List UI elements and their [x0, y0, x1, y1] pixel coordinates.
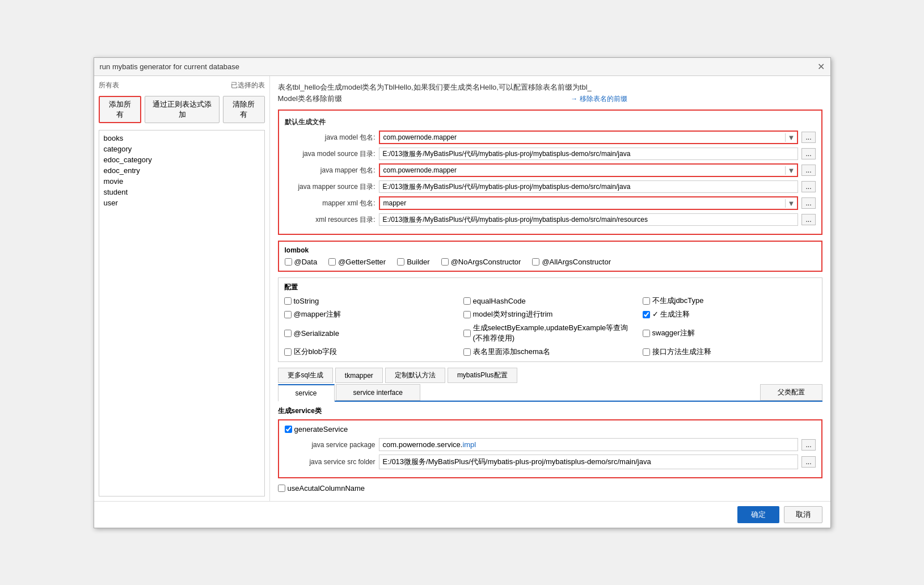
generate-service-checkbox-label[interactable]: generateService — [285, 425, 816, 434]
list-item[interactable]: edoc_category — [102, 154, 262, 165]
java-model-src-input[interactable] — [383, 150, 795, 158]
clear-all-button[interactable]: 清除所有 — [223, 96, 264, 123]
config-checkboxes: toString equalHashCode 不生成jdbcType @mapp… — [284, 296, 816, 357]
java-mapper-src-input[interactable] — [383, 183, 795, 191]
dialog-title: run mybatis generator for current databa… — [100, 62, 239, 71]
list-item[interactable]: movie — [102, 176, 262, 187]
checkbox-swagger[interactable]: swagger注解 — [643, 323, 816, 343]
java-service-pkg-input-box: com.powernode.service.impl — [379, 438, 799, 451]
checkbox-data[interactable]: @Data — [285, 258, 318, 266]
checkbox-selectbyexample[interactable]: 生成selectByExample,updateByExample等查询(不推荐… — [463, 323, 637, 343]
java-mapper-src-row: java mapper source 目录: ... — [285, 180, 816, 193]
java-mapper-src-label: java mapper source 目录: — [285, 182, 375, 192]
tab-mybatisplus[interactable]: mybatisPlus配置 — [448, 368, 517, 383]
generate-service-row: generateService — [285, 425, 816, 434]
use-actual-col-checkbox[interactable] — [278, 485, 285, 492]
confirm-button[interactable]: 确定 — [737, 506, 779, 523]
config-title: 配置 — [284, 283, 816, 292]
java-model-pkg-ellipsis[interactable]: ... — [801, 132, 815, 143]
java-mapper-pkg-input[interactable] — [380, 165, 785, 176]
use-actual-col-row: useAcutalColumnName — [278, 484, 822, 493]
list-item[interactable]: user — [102, 197, 262, 208]
list-item[interactable]: edoc_entry — [102, 165, 262, 176]
add-regex-button[interactable]: 通过正则表达式添加 — [145, 96, 220, 123]
allargs-checkbox[interactable] — [532, 258, 539, 266]
checkbox-generate-comment[interactable]: ✓ 生成注释 — [643, 309, 816, 319]
dialog-body: 所有表 已选择的表 添加所有 通过正则表达式添加 清除所有 books cate… — [94, 76, 830, 501]
mapper-xml-pkg-label: mapper xml 包名: — [285, 199, 375, 208]
remove-prefix-link[interactable]: → 移除表名的前缀 — [571, 95, 627, 103]
java-model-src-ellipsis[interactable]: ... — [801, 148, 815, 159]
xml-resources-ellipsis[interactable]: ... — [801, 214, 815, 225]
java-service-src-label: java service src folder — [285, 458, 375, 466]
checkbox-interface-comment[interactable]: 接口方法生成注释 — [643, 347, 816, 357]
lombok-section: lombok @Data @GetterSetter Builder @NoAr… — [278, 241, 822, 272]
java-model-pkg-select-wrapper: ▼ — [379, 131, 799, 144]
java-model-pkg-input[interactable] — [380, 132, 785, 143]
java-mapper-pkg-label: java mapper 包名: — [285, 166, 375, 175]
mapper-xml-pkg-ellipsis[interactable]: ... — [801, 197, 815, 209]
generate-service-checkbox[interactable] — [285, 426, 292, 433]
cancel-button[interactable]: 取消 — [784, 506, 822, 523]
data-checkbox[interactable] — [285, 258, 292, 266]
java-model-pkg-row: java model 包名: ▼ ... — [285, 131, 816, 144]
left-panel: 所有表 已选择的表 添加所有 通过正则表达式添加 清除所有 books cate… — [94, 76, 270, 501]
add-all-button[interactable]: 添加所有 — [99, 96, 141, 123]
right-panel: 表名tbl_hello会生成model类名为TblHello,如果我们要生成类名… — [270, 76, 830, 501]
sub-tabs-row: service service interface 父类配置 — [278, 384, 822, 402]
generate-service-title: 生成service类 — [278, 406, 822, 416]
left-buttons: 添加所有 通过正则表达式添加 清除所有 — [99, 96, 265, 123]
checkbox-serializable[interactable]: @Serializable — [284, 323, 458, 343]
checkbox-equalhashcode[interactable]: equalHashCode — [463, 296, 637, 306]
lombok-checkboxes: @Data @GetterSetter Builder @NoArgsConst… — [285, 258, 816, 266]
dropdown-arrow-icon[interactable]: ▼ — [785, 133, 798, 142]
mapper-xml-pkg-row: mapper xml 包名: ▼ ... — [285, 196, 816, 210]
xml-resources-row: xml resources 目录: ... — [285, 213, 816, 226]
java-mapper-pkg-select-wrapper: ▼ — [379, 163, 799, 177]
checkbox-string-trim[interactable]: model类对string进行trim — [463, 309, 637, 319]
java-model-src-input-box — [379, 148, 799, 160]
checkbox-no-jdbctype[interactable]: 不生成jdbcType — [643, 296, 816, 306]
gettersetter-checkbox[interactable] — [328, 258, 336, 266]
java-mapper-src-input-box — [379, 180, 799, 193]
use-actual-col-label[interactable]: useAcutalColumnName — [278, 484, 822, 493]
list-item[interactable]: category — [102, 144, 262, 154]
checkbox-tostring[interactable]: toString — [284, 296, 458, 306]
xml-resources-input-box — [379, 213, 799, 226]
default-generate-label: 默认生成文件 — [285, 117, 816, 127]
close-button[interactable]: ✕ — [817, 61, 825, 72]
checkbox-builder[interactable]: Builder — [397, 258, 429, 266]
config-section: 配置 toString equalHashCode 不生成jdbcType @m… — [278, 277, 822, 362]
java-service-pkg-ellipsis[interactable]: ... — [801, 439, 815, 451]
checkbox-allargs[interactable]: @AllArgsConstructor — [532, 258, 611, 266]
dropdown-arrow-icon2[interactable]: ▼ — [785, 166, 798, 175]
java-service-src-ellipsis[interactable]: ... — [801, 456, 815, 468]
selected-tables-label: 已选择的表 — [231, 81, 265, 90]
tab-tkmapper[interactable]: tkmapper — [335, 368, 383, 383]
java-service-src-row: java service src folder E:/013微服务/MyBati… — [285, 454, 816, 469]
more-tabs-row: 更多sql生成 tkmapper 定制默认方法 mybatisPlus配置 — [278, 368, 822, 383]
checkbox-noargs[interactable]: @NoArgsConstructor — [441, 258, 521, 266]
mapper-xml-pkg-input[interactable] — [380, 197, 785, 209]
java-service-pkg-prefix: com.powernode.service. — [383, 440, 463, 449]
dropdown-arrow-icon3[interactable]: ▼ — [785, 199, 798, 208]
list-item[interactable]: student — [102, 187, 262, 197]
java-model-src-row: java model source 目录: ... — [285, 148, 816, 160]
list-item[interactable]: books — [102, 133, 262, 144]
tab-custom-default[interactable]: 定制默认方法 — [385, 368, 445, 383]
java-service-pkg-row: java service package com.powernode.servi… — [285, 438, 816, 451]
checkbox-gettersetter[interactable]: @GetterSetter — [328, 258, 386, 266]
tab-service[interactable]: service — [278, 384, 335, 402]
checkbox-blob[interactable]: 区分blob字段 — [284, 347, 458, 357]
checkbox-schema[interactable]: 表名里面添加schema名 — [463, 347, 637, 357]
java-mapper-src-ellipsis[interactable]: ... — [801, 181, 815, 192]
tab-more-sql[interactable]: 更多sql生成 — [278, 368, 333, 383]
builder-checkbox[interactable] — [397, 258, 404, 266]
tab-service-interface[interactable]: service interface — [336, 384, 420, 401]
checkbox-mapper-annotation[interactable]: @mapper注解 — [284, 309, 458, 319]
java-mapper-pkg-ellipsis[interactable]: ... — [801, 165, 815, 176]
xml-resources-input[interactable] — [383, 216, 795, 224]
java-service-src-value: E:/013微服务/MyBatisPlus/代码/mybatis-plus-pr… — [383, 457, 651, 466]
tab-parent-config[interactable]: 父类配置 — [760, 384, 822, 401]
noargs-checkbox[interactable] — [441, 258, 449, 266]
